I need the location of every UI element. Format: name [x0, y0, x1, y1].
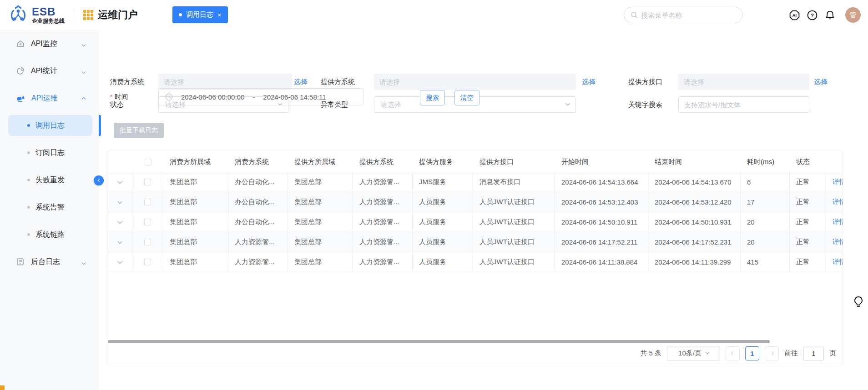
row-checkbox[interactable] [132, 232, 163, 252]
ai-assistant-icon[interactable]: AI [788, 9, 800, 21]
chevron-left-icon [97, 179, 101, 182]
detail-link[interactable]: 详情 [833, 198, 843, 206]
select-all-checkbox[interactable] [132, 152, 163, 172]
corner-badge [0, 385, 5, 390]
table-row: 集团总部 人力资源管... 集团总部 人力资源管... 人员服务 人员JWT认证… [107, 252, 843, 272]
row-checkbox[interactable] [132, 172, 163, 192]
sidebar-subitem-failure-retry[interactable]: 失败重发 [0, 166, 99, 194]
cell-consumer-domain: 集团总部 [163, 232, 228, 252]
help-icon[interactable]: ? [806, 9, 818, 21]
row-expand-button[interactable] [107, 172, 132, 192]
search-button[interactable]: 搜索 [420, 90, 445, 105]
logo-subtitle: 企业服务总线 [32, 18, 65, 24]
next-page-button[interactable] [765, 346, 779, 360]
detail-link[interactable]: 详情 [833, 258, 843, 266]
camera-monitor-icon [16, 94, 25, 103]
chevron-down-icon [117, 239, 122, 244]
cell-provider-interface: 人员JWT认证接口 [473, 252, 555, 272]
current-page-button[interactable]: 1 [745, 346, 759, 360]
cell-provider-service: 人员服务 [413, 192, 473, 212]
bullet-dot-icon [27, 124, 30, 127]
menu-search-input[interactable] [641, 11, 736, 19]
row-expand-button[interactable] [107, 252, 132, 272]
cell-start-time: 2024-06-06 14:53:12.403 [555, 192, 648, 212]
keyword-input[interactable] [678, 96, 809, 113]
cell-provider-system: 人力资源管... [353, 232, 413, 252]
header-divider [74, 9, 74, 21]
provider-system-choose-link[interactable]: 选择 [582, 74, 595, 90]
cell-start-time: 2024-06-06 14:50:10.911 [555, 212, 648, 232]
sidebar-item-backend-logs[interactable]: 后台日志 [0, 248, 99, 275]
tab-call-logs[interactable]: 调用日志 × [172, 6, 228, 23]
search-icon [631, 11, 638, 19]
goto-label: 前往 [784, 349, 798, 358]
detail-link[interactable]: 详情 [833, 238, 843, 246]
provider-interface-choose-link[interactable]: 选择 [814, 74, 828, 90]
cell-end-time: 2024-06-06 14:54:13.670 [648, 172, 741, 192]
cell-start-time: 2024-06-06 14:17:52.211 [555, 232, 648, 252]
table-header-row: 消费方所属域 消费方系统 提供方所属域 提供方系统 提供方服务 提供方接口 开始… [107, 152, 843, 172]
prev-page-button[interactable] [726, 346, 740, 360]
cell-end-time: 2024-06-06 14:53:12.420 [648, 192, 741, 212]
cell-status: 正常 [790, 212, 826, 232]
sidebar-subitem-system-alerts[interactable]: 系统告警 [0, 194, 99, 221]
chevron-down-icon [566, 102, 570, 105]
cell-provider-system: 人力资源管... [353, 212, 413, 232]
page-size-select[interactable]: 10条/页 [667, 346, 720, 361]
goto-page-input[interactable] [803, 346, 824, 361]
cell-actions: 详情 [826, 172, 843, 192]
row-checkbox[interactable] [132, 252, 163, 272]
bullet-dot-icon [27, 233, 30, 236]
batch-download-button[interactable]: 批量下载日志 [114, 123, 164, 138]
col-provider-interface: 提供方接口 [473, 152, 555, 172]
exception-type-select-placeholder: 请选择 [381, 100, 401, 109]
esb-logo-icon [8, 5, 28, 25]
provider-system-input[interactable] [374, 74, 576, 90]
chevron-down-icon [117, 199, 122, 204]
cell-consumer-domain: 集团总部 [163, 212, 228, 232]
cell-actions: 详情 [826, 232, 843, 252]
clear-button[interactable]: 清空 [454, 90, 479, 105]
detail-link[interactable]: 详情 [833, 178, 843, 186]
cell-actions: 详情 [826, 212, 843, 232]
consumer-system-choose-link[interactable]: 选择 [294, 74, 308, 90]
sidebar-item-api-statistics[interactable]: API统计 [0, 57, 99, 85]
row-expand-button[interactable] [107, 212, 132, 232]
keyword-label: 关键字搜索 [628, 96, 662, 113]
time-range-picker[interactable]: 2024-06-06 00:00:00 - 2024-06-06 14:58:1… [158, 88, 363, 105]
col-status: 状态 [790, 152, 826, 172]
sidebar-subitem-system-trace[interactable]: 系统链路 [0, 221, 99, 248]
sidebar-item-api-monitor[interactable]: API监控 [0, 30, 99, 57]
notification-bell-icon[interactable] [824, 9, 836, 21]
cell-consumer-domain: 集团总部 [163, 192, 228, 212]
logo-title: ESB [32, 6, 65, 17]
sidebar-nav: API监控 API统计 API运维 调用日志 订阅日志 失败重发 [0, 30, 99, 390]
sidebar-subitem-subscription-logs[interactable]: 订阅日志 [0, 139, 99, 166]
hint-lightbulb-icon[interactable] [853, 295, 864, 311]
sidebar-subitem-call-logs[interactable]: 调用日志 [0, 112, 99, 139]
consumer-system-input[interactable] [158, 74, 292, 90]
sidebar-collapse-button[interactable] [94, 175, 104, 185]
detail-link[interactable]: 详情 [833, 218, 843, 226]
provider-interface-input[interactable] [678, 74, 809, 90]
home-icon [16, 40, 25, 48]
horizontal-scrollbar[interactable] [108, 340, 770, 343]
user-avatar[interactable]: 管 [845, 7, 861, 23]
required-mark: * [110, 93, 113, 100]
row-expand-button[interactable] [107, 192, 132, 212]
row-checkbox[interactable] [132, 192, 163, 212]
bullet-dot-icon [27, 151, 30, 154]
table-row: 集团总部 人力资源管... 集团总部 人力资源管... 人员服务 人员JWT认证… [107, 232, 843, 252]
row-expand-button[interactable] [107, 232, 132, 252]
sidebar-item-api-operations[interactable]: API运维 [0, 85, 99, 112]
tab-close-icon[interactable]: × [217, 11, 222, 18]
cell-consumer-system: 人力资源管... [228, 252, 288, 272]
cell-provider-service: 人员服务 [413, 252, 473, 272]
sidebar-subitem-label: 调用日志 [35, 121, 65, 130]
table-body: 集团总部 办公自动化... 集团总部 人力资源管... JMS服务 消息发布接口… [107, 172, 843, 272]
time-end-value: 2024-06-06 14:58:11 [263, 93, 326, 101]
cell-duration: 6 [741, 172, 790, 192]
cell-duration: 20 [741, 212, 790, 232]
pagination: 共 5 条 10条/页 1 前往 页 [640, 345, 836, 361]
row-checkbox[interactable] [132, 212, 163, 232]
